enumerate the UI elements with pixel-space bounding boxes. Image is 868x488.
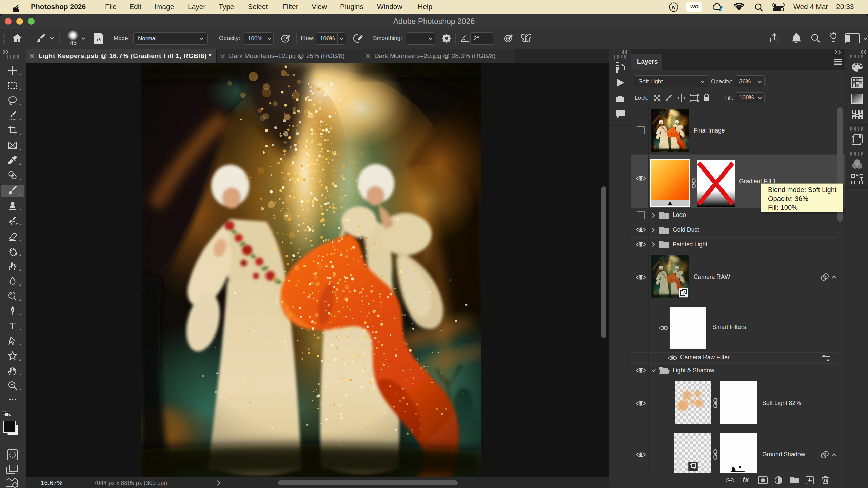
svg-text:T: T — [9, 321, 15, 331]
svg-text:w: w — [672, 4, 676, 10]
svg-text:WD: WD — [690, 4, 699, 9]
